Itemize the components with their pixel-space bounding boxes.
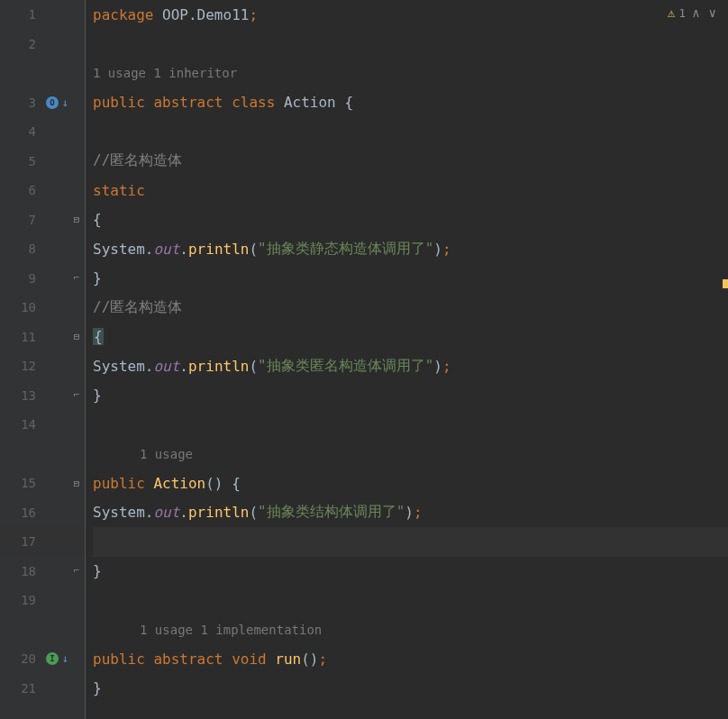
line-number: 13 bbox=[9, 388, 36, 403]
line-number: 17 bbox=[9, 534, 36, 549]
line-number: 19 bbox=[9, 593, 36, 607]
fold-icon[interactable]: ⊟ bbox=[71, 478, 82, 488]
fold-end-icon[interactable]: ⌐ bbox=[71, 566, 82, 577]
code-area[interactable]: package OOP.Demo11; 1 usage 1 inheritor … bbox=[86, 0, 728, 719]
class-override-icon[interactable]: O bbox=[45, 96, 59, 110]
code-line[interactable] bbox=[93, 586, 728, 615]
code-line[interactable]: } bbox=[93, 264, 728, 294]
prev-highlight-button[interactable]: ∧ bbox=[689, 5, 702, 20]
arrow-down-icon: ↓ bbox=[62, 96, 68, 109]
code-line[interactable]: public abstract class Action { bbox=[93, 88, 728, 118]
line-number: 9 bbox=[9, 271, 36, 286]
line-number: 4 bbox=[9, 124, 36, 139]
code-line[interactable]: //匿名构造体 bbox=[93, 293, 728, 323]
code-line[interactable]: public Action() { bbox=[93, 469, 728, 498]
line-number: 1 bbox=[9, 7, 36, 22]
usage-hint[interactable]: 1 usage bbox=[93, 440, 728, 469]
fold-end-icon[interactable]: ⌐ bbox=[71, 390, 82, 401]
warning-icon: ⚠ bbox=[668, 5, 675, 20]
inspection-count: 1 bbox=[678, 6, 686, 20]
line-number: 15 bbox=[9, 476, 36, 490]
fold-end-icon[interactable]: ⌐ bbox=[71, 273, 82, 284]
usage-hint[interactable]: 1 usage 1 inheritor bbox=[93, 59, 728, 88]
line-number: 20 bbox=[9, 651, 36, 666]
code-line[interactable]: System.out.println("抽象类结构体调用了"); bbox=[93, 498, 728, 528]
code-line[interactable]: package OOP.Demo11; bbox=[93, 0, 728, 30]
code-line[interactable]: public abstract void run(); bbox=[93, 644, 728, 674]
code-line[interactable]: { bbox=[93, 205, 728, 235]
line-number: 6 bbox=[9, 183, 36, 197]
line-number: 10 bbox=[9, 300, 36, 314]
line-number: 7 bbox=[9, 213, 36, 227]
editor-gutter: 1 2 3 O ↓ 4 5 6 7⊟ 8 9⌐ 10 11⊟ 12 13⌐ 14… bbox=[0, 0, 86, 719]
arrow-down-icon: ↓ bbox=[62, 652, 68, 665]
code-line[interactable]: } bbox=[93, 674, 728, 704]
code-line[interactable]: static bbox=[93, 176, 728, 205]
code-editor[interactable]: 1 2 3 O ↓ 4 5 6 7⊟ 8 9⌐ 10 11⊟ 12 13⌐ 14… bbox=[0, 0, 728, 719]
line-number: 11 bbox=[9, 330, 36, 344]
line-number: 16 bbox=[9, 505, 36, 520]
fold-icon[interactable]: ⊟ bbox=[71, 332, 82, 342]
line-number: 14 bbox=[9, 417, 36, 432]
code-line[interactable] bbox=[93, 410, 728, 440]
code-line[interactable]: } bbox=[93, 557, 728, 587]
line-number: 18 bbox=[9, 564, 36, 578]
line-number: 21 bbox=[9, 681, 36, 696]
code-line[interactable]: //匿名构造体 bbox=[93, 147, 728, 177]
code-line[interactable]: System.out.println("抽象类匿名构造体调用了"); bbox=[93, 351, 728, 381]
inspection-badge[interactable]: ⚠ 1 ∧ ∨ bbox=[668, 5, 719, 20]
method-override-icon[interactable]: I bbox=[45, 651, 59, 666]
line-number: 8 bbox=[9, 241, 36, 256]
code-line[interactable]: } bbox=[93, 381, 728, 411]
line-number: 5 bbox=[9, 154, 36, 168]
next-highlight-button[interactable]: ∨ bbox=[706, 5, 719, 20]
code-line[interactable]: { bbox=[93, 323, 728, 352]
code-line-current[interactable] bbox=[93, 527, 728, 557]
line-number: 12 bbox=[9, 359, 36, 373]
fold-icon[interactable]: ⊟ bbox=[71, 214, 82, 225]
line-number: 3 bbox=[9, 96, 36, 110]
code-line[interactable] bbox=[93, 117, 728, 147]
line-number: 2 bbox=[9, 37, 36, 51]
code-line[interactable]: System.out.println("抽象类静态构造体调用了"); bbox=[93, 234, 728, 264]
usage-hint[interactable]: 1 usage 1 implementation bbox=[93, 615, 728, 645]
code-line[interactable] bbox=[93, 30, 728, 59]
